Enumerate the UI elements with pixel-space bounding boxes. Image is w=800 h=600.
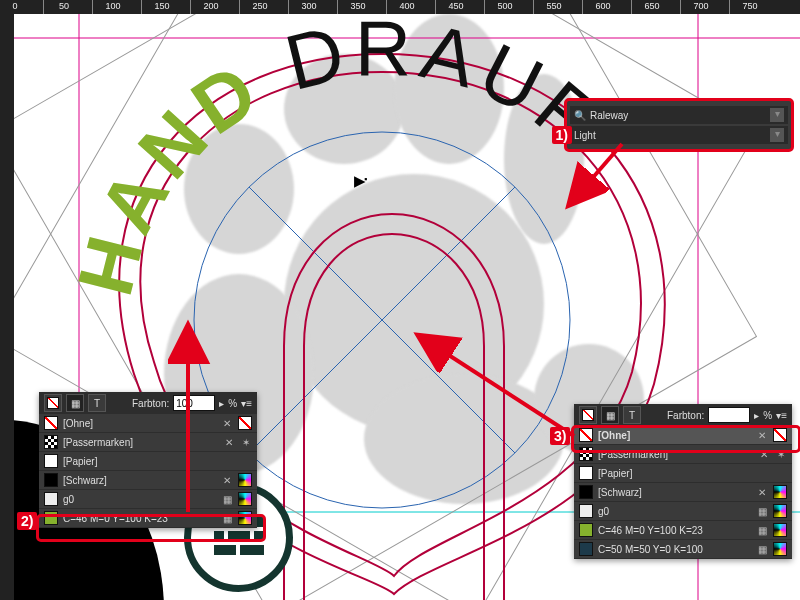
tint-input[interactable] [173, 395, 215, 411]
ruler-tick: 0 [0, 0, 35, 15]
swatch-label: g0 [63, 494, 74, 505]
registration-icon: ✶ [240, 436, 252, 448]
tint-slider-icon[interactable]: ▸ [754, 410, 759, 421]
svg-rect-16 [240, 545, 264, 555]
swatch-row[interactable]: C=46 M=0 Y=100 K=23▦ [574, 521, 792, 540]
dropdown-icon[interactable]: ▾ [770, 108, 784, 122]
lock-icon: ✕ [756, 429, 768, 441]
cmyk-icon [238, 511, 252, 525]
ruler-tick: 200 [190, 0, 231, 15]
ruler-tick: 250 [239, 0, 280, 15]
swatch-row[interactable]: [Schwarz]✕ [39, 471, 257, 490]
panel-menu-icon[interactable]: ▾≡ [776, 410, 787, 421]
swatches-panel-left: ▦ T Farbton: ▸ % ▾≡ [Ohne]✕[Passermarken… [39, 392, 257, 528]
search-icon: 🔍 [574, 110, 586, 121]
cmyk-icon [773, 542, 787, 556]
font-weight-field[interactable]: Light ▾ [570, 126, 788, 144]
swatch-label: [Papier] [63, 456, 97, 467]
font-panel: 🔍 Raleway ▾ Light ▾ [564, 98, 794, 152]
process-icon: ▦ [756, 505, 768, 517]
panel-menu-icon[interactable]: ▾≡ [241, 398, 252, 409]
swatch-row[interactable]: C=50 M=50 Y=0 K=100▦ [574, 540, 792, 559]
tint-slider-icon[interactable]: ▸ [219, 398, 224, 409]
text-tab[interactable]: T [88, 394, 106, 412]
callout-1: 1) [552, 126, 572, 144]
svg-rect-14 [254, 531, 264, 541]
svg-line-7 [249, 187, 515, 453]
ruler-tick: 50 [43, 0, 84, 15]
callout-2: 2) [17, 512, 37, 530]
fill-tab[interactable] [579, 406, 597, 424]
canvas[interactable]: HANDDRAUF ▶▪ 🔍 Raleway ▾ Light ▾ ▦ T [14, 14, 800, 600]
swatch-icon[interactable]: ▦ [66, 394, 84, 412]
swatch-label: [Passermarken] [598, 449, 668, 460]
ruler-tick: 550 [533, 0, 574, 15]
swatch-icon [44, 416, 58, 430]
font-family-value: Raleway [590, 110, 628, 121]
swatches-panel-right: ▦ T Farbton: ▸ % ▾≡ [Ohne]✕[Passermarken… [574, 404, 792, 559]
swatch-label: [Schwarz] [598, 487, 642, 498]
swatch-icon[interactable]: ▦ [601, 406, 619, 424]
process-icon: ▦ [756, 543, 768, 555]
swatch-row[interactable]: [Ohne]✕ [574, 426, 792, 445]
font-weight-value: Light [574, 130, 596, 141]
swatch-row[interactable]: C=46 M=0 Y=100 K=23▦ [39, 509, 257, 528]
swatch-label: C=46 M=0 Y=100 K=23 [63, 513, 168, 524]
swatch-icon [579, 466, 593, 480]
swatch-icon [579, 523, 593, 537]
tint-unit: % [763, 410, 772, 421]
swatch-row[interactable]: g0▦ [39, 490, 257, 509]
swatch-icon [44, 473, 58, 487]
cmyk-icon [773, 485, 787, 499]
swatch-row[interactable]: [Passermarken]✕✶ [574, 445, 792, 464]
word-hand: HAND [60, 43, 277, 304]
lock-icon: ✕ [221, 417, 233, 429]
fill-tab[interactable] [44, 394, 62, 412]
swatch-icon [44, 454, 58, 468]
swatch-row[interactable]: g0▦ [574, 502, 792, 521]
ruler-vertical [0, 14, 14, 600]
tint-unit: % [228, 398, 237, 409]
tint-label: Farbton: [132, 398, 169, 409]
swatch-label: [Passermarken] [63, 437, 133, 448]
process-icon: ▦ [756, 524, 768, 536]
swatch-label: [Ohne] [63, 418, 93, 429]
ruler-tick: 700 [680, 0, 721, 15]
swatch-icon [579, 428, 593, 442]
lock-icon: ✕ [221, 474, 233, 486]
font-family-field[interactable]: 🔍 Raleway ▾ [570, 106, 788, 124]
swatch-row[interactable]: [Passermarken]✕✶ [39, 433, 257, 452]
swatch-row[interactable]: [Papier] [574, 464, 792, 483]
swatch-row[interactable]: [Papier] [39, 452, 257, 471]
lock-icon: ✕ [758, 448, 770, 460]
ruler-tick: 150 [141, 0, 182, 15]
swatch-label: C=50 M=50 Y=0 K=100 [598, 544, 703, 555]
text-tab[interactable]: T [623, 406, 641, 424]
swatch-icon [44, 511, 58, 525]
svg-rect-13 [228, 531, 250, 541]
swatch-icon [44, 492, 58, 506]
cmyk-icon [238, 492, 252, 506]
ruler-tick: 450 [435, 0, 476, 15]
swatch-icon [579, 447, 593, 461]
dropdown-icon[interactable]: ▾ [770, 128, 784, 142]
ruler-tick: 650 [631, 0, 672, 15]
lock-icon: ✕ [223, 436, 235, 448]
swatch-label: [Ohne] [598, 430, 630, 441]
swatch-row[interactable]: [Schwarz]✕ [574, 483, 792, 502]
cmyk-icon [238, 473, 252, 487]
svg-line-8 [249, 187, 515, 453]
tint-label: Farbton: [667, 410, 704, 421]
ruler-tick: 100 [92, 0, 133, 15]
swatch-label: [Schwarz] [63, 475, 107, 486]
none-swatch-indicator [238, 416, 252, 430]
cmyk-icon [773, 504, 787, 518]
svg-rect-15 [214, 545, 236, 555]
swatch-icon [579, 504, 593, 518]
none-swatch-indicator [773, 428, 787, 442]
tint-input[interactable] [708, 407, 750, 423]
swatch-row[interactable]: [Ohne]✕ [39, 414, 257, 433]
svg-text:HANDDRAUF: HANDDRAUF [60, 14, 616, 304]
process-icon: ▦ [221, 493, 233, 505]
swatch-label: [Papier] [598, 468, 632, 479]
